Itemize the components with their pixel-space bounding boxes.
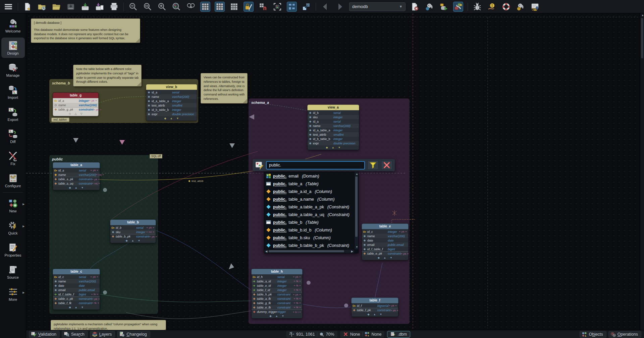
sql-off-badge[interactable]: SQL off	[150, 154, 162, 158]
entity-table_c[interactable]: table_cid_cserial« pk »namevarchar(200)d…	[53, 269, 100, 310]
model-canvas[interactable]: schema_bpublicschema_a [ demodb database…	[26, 13, 644, 330]
suggestions-horizontal-scrollbar[interactable]: ◀ ▶	[264, 249, 354, 253]
compact-view-button[interactable]	[301, 2, 311, 12]
model-overview-button[interactable]	[171, 2, 181, 12]
scroll-left-icon[interactable]: ◀	[265, 250, 267, 253]
filter-button[interactable]	[367, 160, 379, 170]
suggestion-item[interactable]: public.table_b(Table)	[264, 218, 354, 226]
sidebar-item-more[interactable]: More▶	[1, 284, 25, 304]
entity-row: skuinteger	[308, 115, 359, 119]
zoom-out-button[interactable]	[128, 2, 138, 12]
import-model-button[interactable]	[80, 2, 90, 12]
search-input[interactable]	[266, 161, 365, 170]
print-model-button[interactable]	[109, 2, 119, 12]
page-delimiters-button[interactable]	[215, 2, 225, 12]
manage-icon	[8, 63, 18, 73]
sidebar-item-design[interactable]: Design	[1, 38, 25, 58]
validation-button[interactable]: Validation	[29, 331, 60, 338]
sidebar-item-source[interactable]: Source	[1, 262, 25, 282]
new-model-button[interactable]	[22, 2, 33, 12]
report-bug-button[interactable]	[472, 2, 482, 12]
main-toolbar: demodb▼	[0, 0, 644, 13]
suggestion-item[interactable]: public.table_a.name(Column)	[264, 195, 354, 203]
text-note[interactable]: [ demodb database ]This database model d…	[31, 18, 140, 43]
entity-table_a[interactable]: table_aid_aserial« pk »namevarchar(200)«…	[53, 162, 100, 190]
suggestion-item[interactable]: public.table_a.table_a_pk(Constraint)	[264, 203, 354, 211]
model-selector[interactable]: demodb▼	[349, 2, 406, 11]
align-to-grid-button[interactable]	[258, 2, 268, 12]
save-model-button[interactable]	[66, 2, 76, 12]
canvas-scroll-thumb[interactable]	[641, 18, 643, 58]
scroll-down-icon[interactable]: ▼	[356, 246, 358, 249]
zoom-original-button[interactable]	[143, 2, 153, 12]
layers-button[interactable]: Layers	[90, 331, 115, 338]
support-button[interactable]	[501, 2, 511, 12]
sidebar-item-configure[interactable]: Configure	[1, 170, 25, 191]
entity-view_b[interactable]: view_bid_aserialnamevarchar(200)id_a_tab…	[146, 84, 197, 121]
scroll-right-icon[interactable]: ▶	[351, 250, 353, 253]
close-model-button[interactable]	[410, 2, 420, 12]
suggestion-item[interactable]: public.table_a.id_a(Column)	[264, 188, 354, 195]
suggestion-item[interactable]: public.email(Domain)	[264, 172, 354, 180]
operations-button[interactable]: Operations	[608, 331, 641, 338]
split-view-button[interactable]	[186, 2, 196, 12]
deploy-to-server-button[interactable]	[439, 2, 449, 12]
show-grid-button[interactable]	[200, 2, 210, 12]
horizontal-scroll-thumb[interactable]	[269, 250, 344, 252]
open-recent-button[interactable]	[37, 2, 47, 12]
sidebar-item-welcome[interactable]: Welcome	[1, 15, 25, 36]
entity-table_e[interactable]: table_eid_cinteger« pk »namevarchar(200)…	[362, 223, 409, 260]
entity-table_h[interactable]: table_hid_hserial« pk »table_a_idinteger…	[251, 269, 303, 319]
suggestion-item[interactable]: public.table_a.table_a_uq(Constraint)	[264, 211, 354, 218]
foreign-key-icon	[54, 293, 58, 296]
clear-search-button[interactable]	[381, 160, 392, 170]
search-button[interactable]: Search	[62, 331, 88, 338]
main-sidebar: WelcomeDesignManageImportExportDiffFixCo…	[0, 13, 26, 338]
text-note[interactable]: Views can be constructed fromreferences …	[201, 73, 248, 104]
protect-objects-button[interactable]	[244, 2, 254, 12]
vertical-scroll-thumb[interactable]	[355, 177, 358, 237]
suggestion-item[interactable]: public.table_a(Table)	[264, 180, 354, 188]
text-note[interactable]: pgModeler implements a mechanism called …	[51, 320, 166, 330]
changelog-button[interactable]: Changelog	[117, 331, 150, 338]
sidebar-item-export[interactable]: Export	[1, 104, 25, 124]
column-name: name	[58, 104, 78, 107]
nav-forward-button[interactable]	[335, 2, 345, 12]
fit-objects-button[interactable]	[272, 2, 282, 12]
donate-button[interactable]	[487, 2, 497, 12]
main-menu-button[interactable]	[3, 2, 13, 12]
zoom-in-button[interactable]	[157, 2, 167, 12]
suggestions-vertical-scrollbar[interactable]: ▲ ▼	[354, 172, 358, 249]
tag-red-tables[interactable]: red_tables	[51, 118, 69, 122]
pg-help-button[interactable]	[516, 2, 526, 12]
save-as-button[interactable]	[95, 2, 105, 12]
canvas-vertical-scrollbar[interactable]: ▲	[640, 13, 644, 330]
text-note[interactable]: Note the table below with a different co…	[73, 65, 142, 86]
entity-table_f[interactable]: table_fid_fbigserial« pk »table_f_pkcons…	[351, 297, 398, 317]
scroll-up-icon[interactable]: ▲	[356, 173, 358, 176]
scroll-up-icon[interactable]: ▲	[641, 14, 644, 17]
entity-table_b[interactable]: table_bid_bserial« pk »skuinteger« nn »t…	[110, 219, 156, 243]
objects-button[interactable]: Objects	[580, 331, 606, 338]
suggestion-item[interactable]: public.table_b.table_b_pk(Constraint)	[264, 242, 354, 249]
sidebar-item-quick[interactable]: Quick▶	[1, 217, 25, 238]
entity-table_g[interactable]: table_gid_ainteger« pk »namevarchar(200)…	[53, 92, 99, 116]
sql-preview-button[interactable]	[424, 2, 434, 12]
license-button[interactable]	[530, 2, 540, 12]
sidebar-item-new[interactable]: New▶	[1, 195, 25, 216]
arrange-objects-button[interactable]	[287, 2, 297, 12]
entity-view_a[interactable]: view_aid_bserialskuintegerid_aserialname…	[307, 105, 359, 150]
sidebar-item-diff[interactable]: Diff	[1, 126, 25, 146]
open-model-button[interactable]	[51, 2, 61, 12]
suggestion-item[interactable]: public.table_b.sku(Column)	[264, 234, 354, 242]
entity-row: table_f_pkconstraint« pk »	[352, 308, 398, 312]
sidebar-item-import[interactable]: Import	[1, 82, 25, 102]
nav-back-button[interactable]	[320, 2, 330, 12]
suggestion-item[interactable]: public.table_b.id_b(Column)	[264, 226, 354, 234]
sidebar-item-properties[interactable]: Properties	[1, 240, 25, 260]
dbm-file-button[interactable]: .dbm	[387, 331, 410, 338]
sidebar-item-manage[interactable]: Manage	[1, 60, 25, 80]
fix-model-button[interactable]	[453, 2, 463, 12]
sidebar-item-fix[interactable]: Fix	[1, 148, 25, 168]
snap-to-grid-button[interactable]	[229, 2, 239, 12]
